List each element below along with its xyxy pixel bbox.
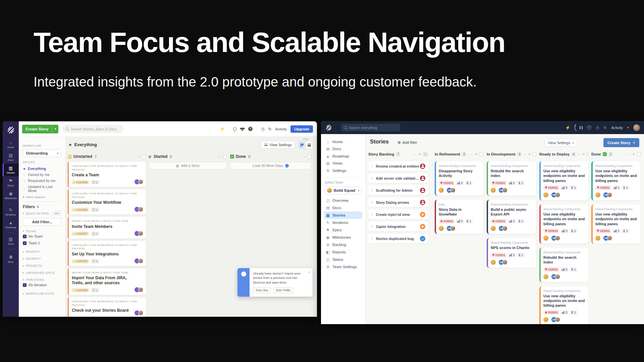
view-settings-button[interactable]: View Settings: [544, 139, 578, 147]
sidebar-item-stories[interactable]: Stories: [324, 212, 362, 219]
rail-item-stories[interactable]: Stories: [3, 164, 19, 176]
story-card[interactable]: CONFIGURE YOUR WORKSPACE TO MATCH YOUR P…: [68, 189, 146, 215]
rail-item-more[interactable]: More: [3, 251, 19, 265]
help-icon[interactable]: [248, 127, 253, 131]
sort-icon[interactable]: [37, 205, 39, 208]
story-card[interactable]: Shared Backlog Components Use new eligib…: [591, 204, 641, 244]
notifications-icon[interactable]: [233, 127, 236, 130]
backlog-row[interactable]: Stories duplicated bug: [368, 234, 428, 243]
space-item[interactable]: Owned by me: [23, 172, 61, 178]
rail-item-docs[interactable]: Docs: [3, 151, 19, 164]
shortcut-logo[interactable]: [6, 125, 15, 135]
global-search-input[interactable]: [349, 126, 397, 130]
sidebar-item-reports[interactable]: Reports: [324, 248, 362, 256]
search-bar[interactable]: [62, 125, 123, 133]
sidebar-item-status[interactable]: Status: [324, 256, 362, 263]
workflow-state-group[interactable]: WORKFLOW STATE: [23, 292, 61, 295]
backlog-row[interactable]: Create /epic/:id view: [368, 209, 428, 219]
create-story-button[interactable]: Create Story: [603, 138, 639, 147]
team-filter-item[interactable]: No Team: [23, 233, 61, 240]
import-source-button[interactable]: from Trello: [273, 287, 293, 293]
backlog-row[interactable]: Zapier Integration: [368, 222, 428, 231]
sidebar-item-team-settings[interactable]: Team Settings: [324, 263, 362, 270]
drag-handle-icon[interactable]: [371, 201, 373, 204]
close-icon[interactable]: [308, 270, 310, 274]
space-item[interactable]: Updated in Last Week: [23, 184, 61, 194]
backlog-row[interactable]: Story Dialog arrows: [368, 197, 428, 207]
team-selector[interactable]: Build Squad: [324, 186, 362, 194]
story-card[interactable]: Data Story Data in Snowflake #22011 3 1 …: [435, 200, 483, 234]
columns-icon[interactable]: [580, 126, 583, 129]
activity-label[interactable]: Activity: [275, 127, 287, 131]
column-menu-icon[interactable]: [628, 153, 631, 156]
load-more-days-button[interactable]: Load 30 More Days: [230, 162, 311, 169]
add-story-icon[interactable]: [419, 152, 421, 157]
backlog-row[interactable]: Add server side validation...: [368, 173, 428, 183]
checkbox-checked[interactable]: [23, 241, 26, 245]
checkbox-checked[interactable]: [23, 283, 26, 287]
column-menu-icon[interactable]: [578, 153, 581, 156]
rail-item-roadmap[interactable]: Roadmap: [3, 218, 19, 231]
sidebar-item-epics[interactable]: Epics: [324, 226, 362, 234]
shortcut-logo[interactable]: [325, 124, 332, 131]
workflow-dropdown[interactable]: Onboarding: [23, 149, 61, 157]
history-icon[interactable]: [261, 127, 264, 131]
create-story-button[interactable]: Create Story: [22, 125, 58, 133]
sidebar-item-milestones[interactable]: Milestones: [324, 234, 362, 241]
global-search[interactable]: [341, 124, 400, 131]
story-card[interactable]: Shared Backlog Components Rebuild the se…: [487, 161, 536, 196]
search-input[interactable]: [70, 127, 120, 131]
rail-item-docs-2[interactable]: Docs: [3, 235, 19, 247]
rail-item-milestones[interactable]: Milestones: [3, 189, 19, 202]
story-card[interactable]: Shared Backlog Components Rebuild the se…: [539, 248, 588, 282]
sidebar-item-overview[interactable]: Overview: [324, 197, 362, 204]
checkbox-checked[interactable]: [23, 235, 26, 238]
column-select-checkbox[interactable]: [637, 152, 641, 156]
drag-handle-icon[interactable]: [371, 165, 373, 168]
column-menu-icon[interactable]: [470, 153, 474, 156]
story-card[interactable]: Shared Backlog Components Disappearing S…: [435, 161, 483, 196]
column-select-checkbox[interactable]: [532, 152, 536, 156]
column-menu-icon[interactable]: [414, 153, 417, 156]
add-story-icon[interactable]: [633, 152, 635, 157]
column-select-checkbox[interactable]: [587, 152, 588, 156]
column-select-checkbox[interactable]: [308, 155, 311, 159]
sidebar-item-team-docs[interactable]: Docs: [324, 204, 362, 212]
notifications-icon[interactable]: [575, 125, 575, 130]
column-menu-icon[interactable]: [303, 155, 306, 159]
view-settings-button[interactable]: View Settings: [261, 141, 295, 148]
sidebar-item-backlog[interactable]: Backlog: [324, 241, 362, 248]
add-filter-button[interactable]: Add filter: [397, 140, 417, 145]
iterations-group[interactable]: ITERATIONS: [23, 278, 61, 282]
column-select-checkbox[interactable]: [223, 155, 227, 159]
column-select-checkbox[interactable]: [479, 152, 483, 156]
and-toggle[interactable]: AND: [52, 211, 61, 216]
story-card[interactable]: CONFIGURE YOUR WORKSPACE TO MATCH YOUR P…: [68, 162, 146, 187]
favorite-star-icon[interactable]: [68, 142, 72, 147]
drag-handle-icon[interactable]: [371, 177, 373, 180]
shortcuts-icon[interactable]: [220, 127, 225, 131]
list-view-toggle[interactable]: [306, 141, 313, 148]
story-card[interactable]: Shared Backlog Components Use new eligib…: [539, 161, 588, 200]
help-icon[interactable]: [587, 125, 591, 130]
story-card[interactable]: CONFIGURE YOUR WORKSPACE TO MATCH YOUR P…: [68, 297, 146, 317]
story-card[interactable]: Shared Backlog Components NPS scores in …: [487, 238, 536, 267]
story-card[interactable]: Shared Backlog Components Use new eligib…: [539, 204, 588, 244]
add-story-icon[interactable]: [475, 152, 478, 157]
story-card[interactable]: IMPORT YOUR WORK & INVITE YOUR TEAM Invi…: [68, 217, 146, 239]
story-card[interactable]: CONFIGURE YOUR WORKSPACE TO MATCH YOUR P…: [68, 241, 146, 266]
more-spaces[interactable]: More Spaces: [23, 195, 61, 199]
backlog-row[interactable]: Review created-at entities: [368, 161, 428, 171]
rail-item-iterations[interactable]: Iterations: [3, 205, 19, 218]
quick-filters-group[interactable]: QUICK FILTERS AND: [23, 211, 61, 216]
column-menu-icon[interactable]: [218, 155, 221, 159]
sidebar-item-home[interactable]: Home: [324, 138, 362, 145]
story-card[interactable]: Shared Backlog Components Build a public…: [487, 200, 536, 234]
sidebar-item-roadmap[interactable]: Roadmap: [324, 153, 362, 160]
drag-handle-icon[interactable]: [371, 189, 373, 192]
backlog-row[interactable]: Scaffolding for Admin: [368, 185, 428, 195]
add-story-icon[interactable]: [528, 152, 531, 157]
kanban-view-toggle[interactable]: [299, 141, 306, 148]
column-menu-icon[interactable]: [523, 153, 527, 156]
story-card[interactable]: Shared Backlog Components Use new eligib…: [539, 286, 588, 324]
